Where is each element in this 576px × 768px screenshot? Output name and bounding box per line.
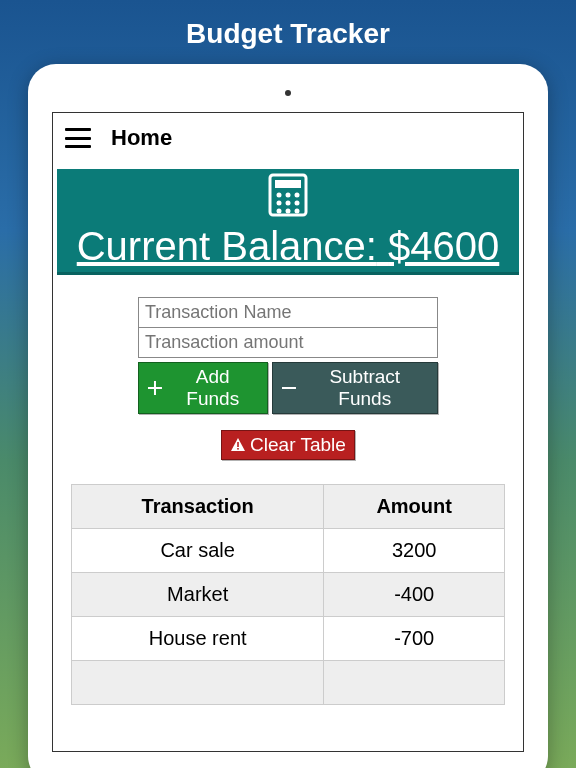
balance-value: $4600 <box>388 224 499 268</box>
transaction-form: Add Funds Subtract Funds Clear Table <box>138 297 438 460</box>
cell-transaction: Market <box>72 573 324 617</box>
svg-point-5 <box>277 201 282 206</box>
cell-amount: 3200 <box>324 529 505 573</box>
svg-rect-11 <box>282 387 296 389</box>
svg-point-8 <box>277 209 282 214</box>
subtract-funds-label: Subtract Funds <box>301 366 429 410</box>
transaction-amount-input[interactable] <box>138 328 438 358</box>
cell-transaction: House rent <box>72 617 324 661</box>
svg-point-3 <box>286 193 291 198</box>
screen-title: Home <box>111 125 172 151</box>
topbar: Home <box>53 113 523 163</box>
clear-table-button[interactable]: Clear Table <box>221 430 355 460</box>
col-header-transaction: Transaction <box>72 485 324 529</box>
svg-rect-12 <box>237 442 239 447</box>
table-row: Market -400 <box>72 573 505 617</box>
table-row: House rent -700 <box>72 617 505 661</box>
balance-label: Current Balance: <box>77 224 377 268</box>
col-header-amount: Amount <box>324 485 505 529</box>
add-funds-label: Add Funds <box>167 366 259 410</box>
cell-amount: -700 <box>324 617 505 661</box>
page-title: Budget Tracker <box>0 0 576 64</box>
table-row: Car sale 3200 <box>72 529 505 573</box>
cell-transaction: Car sale <box>72 529 324 573</box>
svg-rect-1 <box>275 180 301 188</box>
transaction-name-input[interactable] <box>138 297 438 328</box>
svg-point-6 <box>286 201 291 206</box>
cell-transaction <box>72 661 324 705</box>
clear-table-label: Clear Table <box>250 434 346 456</box>
svg-point-4 <box>295 193 300 198</box>
tablet-frame: Home Current Balance: $4600 Add Funds <box>28 64 548 768</box>
calculator-icon <box>268 173 308 217</box>
tablet-camera <box>285 90 291 96</box>
svg-point-10 <box>295 209 300 214</box>
minus-icon <box>281 380 297 396</box>
svg-point-7 <box>295 201 300 206</box>
balance-banner: Current Balance: $4600 <box>57 169 519 275</box>
svg-point-2 <box>277 193 282 198</box>
transactions-table: Transaction Amount Car sale 3200 Market … <box>71 484 505 705</box>
screen: Home Current Balance: $4600 Add Funds <box>52 112 524 752</box>
menu-icon[interactable] <box>65 128 91 148</box>
svg-point-9 <box>286 209 291 214</box>
table-row <box>72 661 505 705</box>
add-funds-button[interactable]: Add Funds <box>138 362 268 414</box>
svg-rect-13 <box>237 448 239 450</box>
plus-icon <box>147 380 163 396</box>
cell-amount <box>324 661 505 705</box>
warning-icon <box>230 437 246 453</box>
subtract-funds-button[interactable]: Subtract Funds <box>272 362 438 414</box>
cell-amount: -400 <box>324 573 505 617</box>
